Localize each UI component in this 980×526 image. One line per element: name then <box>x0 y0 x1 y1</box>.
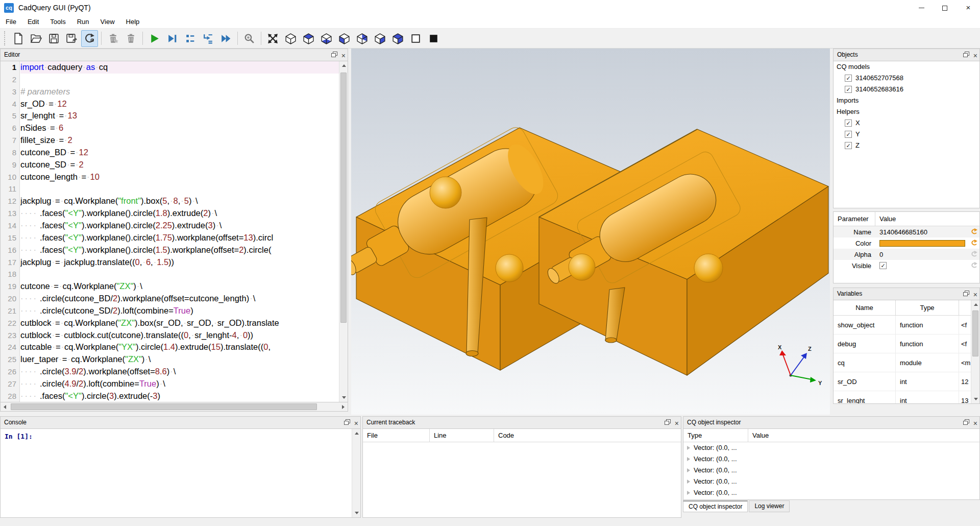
step-into-button[interactable] <box>200 30 216 47</box>
inspector-row[interactable]: Vector: (0.0, ... <box>683 453 979 465</box>
editor-horizontal-scrollbar[interactable] <box>0 402 348 412</box>
tab-log-viewer[interactable]: Log viewer <box>749 500 790 512</box>
visibility-checkbox[interactable]: ✓ <box>845 119 852 127</box>
property-value[interactable]: ✓ <box>875 262 979 269</box>
visibility-checkbox[interactable]: ✓ <box>845 86 852 93</box>
menu-help[interactable]: Help <box>120 15 145 29</box>
minimize-button[interactable] <box>910 0 933 15</box>
visible-checkbox[interactable]: ✓ <box>879 262 887 269</box>
reset-button[interactable] <box>970 262 978 269</box>
inspector-row[interactable]: Vector: (0.0, ... <box>683 476 979 487</box>
code-line[interactable]: ····.faces("<Y").workplane().circle(1.8)… <box>20 207 339 220</box>
tree-item-X[interactable]: ✓X <box>834 117 979 129</box>
tree-item-3140652683616[interactable]: ✓3140652683616 <box>834 84 979 95</box>
menu-tools[interactable]: Tools <box>44 15 71 29</box>
delete-all-button[interactable] <box>122 30 139 47</box>
code-line[interactable]: jackplug·=·jackplug.translate((0,·6,·1.5… <box>20 256 339 269</box>
objects-tree[interactable]: CQ models✓3140652707568✓3140652683616Imp… <box>833 61 980 208</box>
visibility-checkbox[interactable]: ✓ <box>845 75 852 82</box>
variable-row-debug[interactable]: debugfunction<f <box>834 334 979 353</box>
variable-row-sr_lenght[interactable]: sr_lenghtint13 <box>834 391 979 404</box>
new-file-button[interactable] <box>10 30 27 47</box>
scroll-thumb[interactable] <box>972 310 978 356</box>
code-line[interactable]: nSides·=·6 <box>20 122 339 134</box>
code-line[interactable]: ····.circle(cutcone_SD/2).loft(combine=T… <box>20 305 339 317</box>
property-value[interactable]: 0 <box>875 251 979 258</box>
tree-item-Z[interactable]: ✓Z <box>834 140 979 151</box>
tab-cq-object-inspector[interactable]: CQ object inspector <box>683 500 748 512</box>
variable-row-show_object[interactable]: show_objectfunction<f <box>834 316 979 334</box>
code-line[interactable]: ····.circle(4.9/2).loft(combine=True)·\ <box>20 378 339 390</box>
view-right-button[interactable] <box>389 30 406 47</box>
open-file-button[interactable] <box>28 30 44 47</box>
traceback-table[interactable]: File Line Code <box>362 429 681 518</box>
code-line[interactable] <box>20 183 339 195</box>
console-vertical-scrollbar[interactable] <box>352 429 360 517</box>
code-lines[interactable]: import·cadquery·as·cq# parameterssr_OD·=… <box>20 61 339 402</box>
tree-item-Y[interactable]: ✓Y <box>834 129 979 140</box>
expand-chevron-icon[interactable] <box>687 446 690 450</box>
inspector-table[interactable]: Type Value Vector: (0.0, ...Vector: (0.0… <box>683 429 980 500</box>
view-iso-button[interactable] <box>282 30 299 47</box>
code-line[interactable] <box>20 268 339 280</box>
code-line[interactable]: cutcone_BD·=·12 <box>20 147 339 159</box>
inspector-row[interactable]: Vector: (0.0, ... <box>683 465 979 476</box>
code-line[interactable]: sr_lenght·=·13 <box>20 110 339 122</box>
maximize-button[interactable] <box>933 0 957 15</box>
step-button[interactable] <box>182 30 199 47</box>
scroll-thumb[interactable] <box>11 403 317 410</box>
variables-vertical-scrollbar[interactable] <box>971 300 979 403</box>
console-input-area[interactable]: In [1]: <box>0 429 361 518</box>
editor-vertical-scrollbar[interactable] <box>339 61 348 402</box>
code-line[interactable]: fillet_size·=·2 <box>20 134 339 147</box>
menu-view[interactable]: View <box>95 15 120 29</box>
float-panel-icon[interactable] <box>963 50 969 61</box>
save-as-button[interactable] <box>63 30 80 47</box>
reload-button[interactable] <box>81 30 98 47</box>
3d-viewport[interactable]: X Z Y <box>351 49 830 415</box>
scroll-thumb[interactable] <box>340 73 347 323</box>
view-back-button[interactable] <box>354 30 371 47</box>
visibility-checkbox[interactable]: ✓ <box>845 131 852 138</box>
continue-button[interactable] <box>217 30 234 47</box>
search-button[interactable] <box>241 30 258 47</box>
expand-chevron-icon[interactable] <box>687 491 690 495</box>
toggle-shaded-button[interactable] <box>425 30 442 47</box>
float-panel-icon[interactable] <box>344 417 350 429</box>
close-panel-icon[interactable]: × <box>675 420 679 427</box>
code-line[interactable]: sr_OD·=·12 <box>20 98 339 110</box>
menu-run[interactable]: Run <box>71 15 95 29</box>
close-panel-icon[interactable]: × <box>973 420 977 427</box>
view-top-button[interactable] <box>300 30 317 47</box>
inspector-row[interactable]: Vector: (0.0, ... <box>683 442 979 453</box>
expand-chevron-icon[interactable] <box>687 480 690 484</box>
float-panel-icon[interactable] <box>963 289 969 300</box>
tree-item-3140652707568[interactable]: ✓3140652707568 <box>834 73 979 84</box>
code-line[interactable]: ····.circle(cutcone_BD/2).workplane(offs… <box>20 293 339 305</box>
close-panel-icon[interactable]: × <box>354 420 358 427</box>
expand-chevron-icon[interactable] <box>687 457 690 461</box>
tree-group-label[interactable]: Helpers <box>834 106 979 117</box>
code-line[interactable]: ····.faces("<Y").workplane().circle(1.5)… <box>20 244 339 256</box>
fit-view-button[interactable] <box>264 30 281 47</box>
close-panel-icon[interactable]: × <box>973 52 977 59</box>
code-line[interactable]: cutblock·=·cutblock.cut(cutcone).transla… <box>20 329 339 342</box>
menu-file[interactable]: File <box>0 15 22 29</box>
toolbar-drag-handle[interactable] <box>4 31 7 45</box>
inspector-row[interactable]: Vector: (0.0, ... <box>683 487 979 498</box>
code-line[interactable]: cutcable·=·cq.Workplane("YX").circle(1.4… <box>20 341 339 353</box>
code-line[interactable]: # parameters <box>20 86 339 98</box>
property-value[interactable]: 3140646685160 <box>875 228 979 236</box>
visibility-checkbox[interactable]: ✓ <box>845 142 852 149</box>
save-button[interactable] <box>45 30 62 47</box>
reset-button[interactable] <box>970 251 978 258</box>
render-button[interactable] <box>146 30 163 47</box>
close-button[interactable]: × <box>957 0 980 15</box>
variable-row-sr_OD[interactable]: sr_ODint12 <box>834 372 979 391</box>
view-bottom-button[interactable] <box>318 30 335 47</box>
close-panel-icon[interactable]: × <box>341 52 346 59</box>
code-line[interactable]: cutblock·=·cq.Workplane("ZX").box(sr_OD,… <box>20 317 339 329</box>
float-panel-icon[interactable] <box>665 417 671 429</box>
view-left-button[interactable] <box>372 30 388 47</box>
close-panel-icon[interactable]: × <box>973 291 977 298</box>
